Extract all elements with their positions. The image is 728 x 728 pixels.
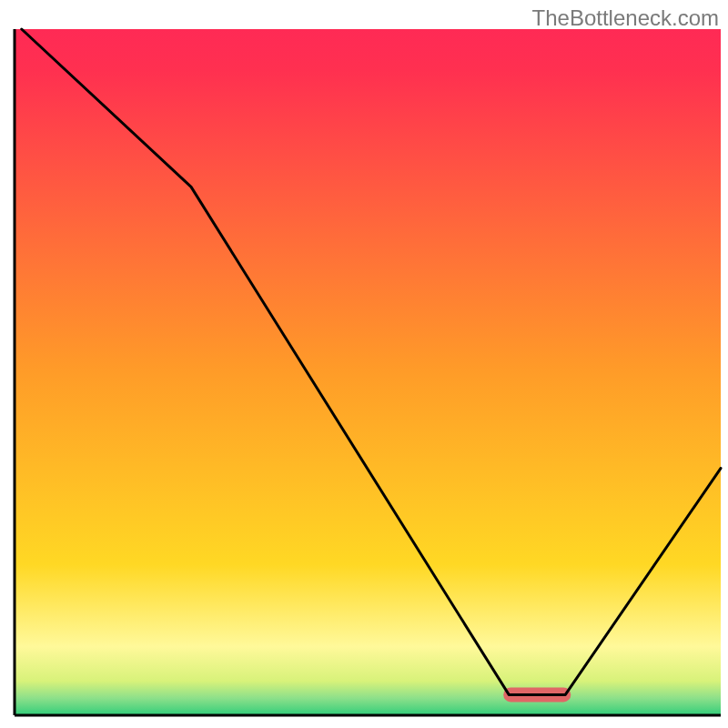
plot-background — [15, 29, 721, 715]
watermark-text: TheBottleneck.com — [532, 5, 719, 31]
chart-container: TheBottleneck.com — [0, 0, 728, 728]
bottleneck-chart — [0, 0, 728, 728]
